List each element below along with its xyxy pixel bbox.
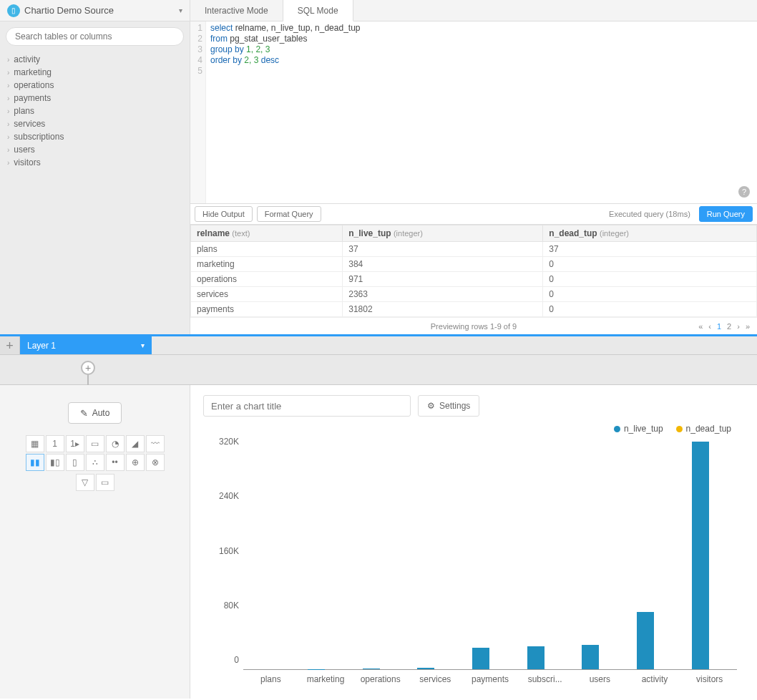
- search-input[interactable]: [6, 27, 184, 46]
- pager-next[interactable]: ›: [737, 322, 740, 331]
- add-layer-button[interactable]: +: [0, 336, 20, 354]
- sparkline-icon[interactable]: 〰: [146, 435, 165, 452]
- x-label: users: [572, 670, 627, 691]
- pager: « ‹ 1 2 › »: [698, 322, 757, 331]
- execution-status: Executed query (18ms): [609, 210, 690, 218]
- tree-item-subscriptions[interactable]: ›subscriptions: [4, 130, 185, 143]
- bar-group: [627, 438, 683, 669]
- bar-group: [682, 438, 737, 669]
- sql-editor[interactable]: 12345 select relname, n_live_tup, n_dead…: [190, 21, 757, 203]
- chevron-right-icon: ›: [7, 56, 9, 64]
- x-label: services: [408, 670, 463, 691]
- chevron-right-icon: ›: [7, 94, 9, 102]
- x-label: operations: [353, 670, 408, 691]
- auto-button[interactable]: ✎ Auto: [68, 402, 122, 424]
- layer-tab[interactable]: Layer 1 ▾: [20, 336, 152, 354]
- bar[interactable]: [692, 442, 709, 669]
- stacked-icon[interactable]: ▯: [66, 454, 84, 471]
- pager-page-1[interactable]: 1: [717, 322, 721, 331]
- run-query-button[interactable]: Run Query: [699, 206, 753, 222]
- caret-down-icon: ▾: [141, 341, 145, 349]
- bar[interactable]: [472, 648, 489, 669]
- tree-item-plans[interactable]: ›plans: [4, 104, 185, 117]
- bar-group: [463, 438, 518, 669]
- tree-item-payments[interactable]: ›payments: [4, 92, 185, 104]
- add-step-button[interactable]: +: [81, 361, 95, 375]
- tree-item-operations[interactable]: ›operations: [4, 79, 185, 92]
- sql-code[interactable]: select relname, n_live_tup, n_dead_tup f…: [206, 21, 757, 203]
- x-label: activity: [627, 670, 683, 691]
- bubble-icon[interactable]: ••: [106, 454, 124, 471]
- chevron-right-icon: ›: [7, 107, 9, 115]
- settings-button[interactable]: ⚙ Settings: [418, 395, 479, 417]
- tree-item-marketing[interactable]: ›marketing: [4, 66, 185, 79]
- pager-last[interactable]: »: [746, 322, 750, 331]
- bar[interactable]: [417, 668, 434, 669]
- tree-item-services[interactable]: ›services: [4, 117, 185, 130]
- chart-legend: n_live_tupn_dead_tup: [203, 424, 744, 434]
- chevron-right-icon: ›: [7, 133, 9, 141]
- tab-sql-mode[interactable]: SQL Mode: [283, 0, 353, 21]
- y-tick: 0: [234, 655, 239, 665]
- filter-icon[interactable]: ▽: [76, 474, 94, 491]
- results-table: relname (text)n_live_tup (integer)n_dead…: [190, 225, 757, 317]
- format-query-button[interactable]: Format Query: [257, 206, 321, 222]
- column-header[interactable]: n_live_tup (integer): [343, 225, 543, 242]
- chevron-right-icon: ›: [7, 159, 9, 167]
- y-tick: 240K: [219, 491, 239, 501]
- pager-page-2[interactable]: 2: [727, 322, 731, 331]
- table-row: services23630: [191, 287, 757, 302]
- source-icon: ▯: [7, 4, 20, 17]
- chevron-right-icon: ›: [7, 82, 9, 89]
- help-icon[interactable]: ?: [738, 186, 750, 198]
- area-icon[interactable]: ◢: [126, 435, 145, 452]
- table-icon[interactable]: ▦: [26, 435, 44, 452]
- tab-interactive-mode[interactable]: Interactive Mode: [190, 0, 283, 21]
- legend-item[interactable]: n_live_tup: [614, 424, 663, 434]
- preview-text: Previewing rows 1-9 of 9: [431, 322, 517, 331]
- legend-item[interactable]: n_dead_tup: [676, 424, 731, 434]
- pager-first[interactable]: «: [698, 322, 703, 331]
- grouped-bar-icon[interactable]: ▮▯: [46, 454, 64, 471]
- bar-icon[interactable]: ▮▮: [26, 454, 44, 471]
- hide-output-button[interactable]: Hide Output: [195, 206, 253, 222]
- chevron-right-icon: ›: [7, 120, 9, 128]
- map-icon[interactable]: ⊗: [146, 454, 165, 471]
- bar-group: [298, 438, 353, 669]
- source-selector[interactable]: ▯ Chartio Demo Source ▾: [0, 0, 190, 21]
- column-header[interactable]: relname (text): [191, 225, 343, 242]
- tree-item-activity[interactable]: ›activity: [4, 53, 185, 66]
- card-icon[interactable]: ▭: [96, 474, 114, 491]
- single-value-icon[interactable]: 1▸: [66, 435, 84, 452]
- bar-group: [353, 438, 408, 669]
- scatter-icon[interactable]: ∴: [86, 454, 104, 471]
- bar-group: [517, 438, 572, 669]
- bar[interactable]: [582, 645, 599, 669]
- chart-title-input[interactable]: [203, 395, 411, 417]
- tree-item-users[interactable]: ›users: [4, 143, 185, 156]
- mode-tabs: Interactive Mode SQL Mode: [190, 0, 757, 21]
- bullet-icon[interactable]: ▭: [86, 435, 104, 452]
- bar-group: [243, 438, 298, 669]
- pie-icon[interactable]: ◔: [106, 435, 124, 452]
- layer-name: Layer 1: [27, 341, 56, 351]
- x-label: subscri...: [517, 670, 572, 691]
- pager-prev[interactable]: ‹: [708, 322, 711, 331]
- chevron-right-icon: ›: [7, 146, 9, 154]
- wand-icon: ✎: [80, 408, 88, 419]
- number-icon[interactable]: 1: [46, 435, 64, 452]
- x-label: marketing: [298, 670, 353, 691]
- pipeline-area: +: [0, 355, 757, 385]
- globe-icon[interactable]: ⊕: [126, 454, 145, 471]
- bar[interactable]: [527, 646, 544, 669]
- chevron-right-icon: ›: [7, 69, 9, 77]
- source-name: Chartio Demo Source: [24, 5, 179, 16]
- column-header[interactable]: n_dead_tup (integer): [543, 225, 757, 242]
- bar[interactable]: [363, 669, 380, 669]
- y-tick: 320K: [219, 437, 239, 447]
- y-tick: 160K: [219, 546, 239, 556]
- bar-group: [408, 438, 463, 669]
- bar[interactable]: [637, 612, 654, 669]
- x-label: payments: [463, 670, 518, 691]
- tree-item-visitors[interactable]: ›visitors: [4, 156, 185, 169]
